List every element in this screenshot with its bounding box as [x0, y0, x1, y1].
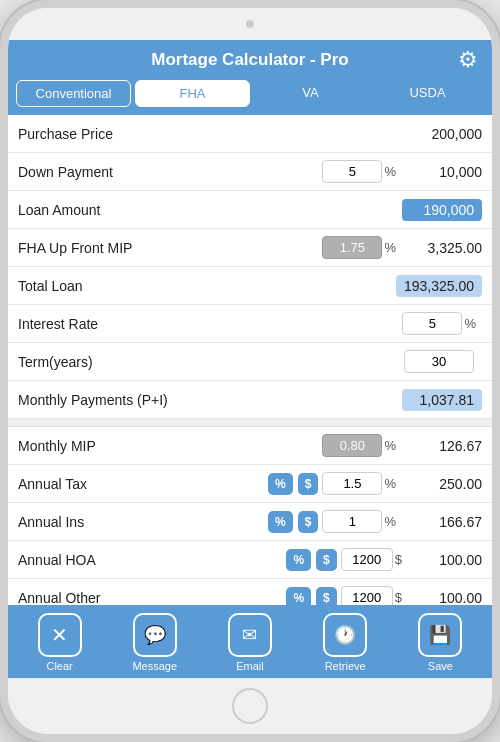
row-annual-hoa: Annual HOA % $ $ 100.00	[8, 541, 492, 579]
row-total-loan: Total Loan 193,325.00	[8, 267, 492, 305]
tab-fha[interactable]: FHA	[135, 80, 250, 107]
interest-rate-input[interactable]	[402, 312, 462, 335]
home-button[interactable]	[232, 688, 268, 724]
clear-button[interactable]: ✕ Clear	[30, 613, 90, 672]
annual-hoa-dollar-btn[interactable]: $	[316, 549, 337, 571]
message-label: Message	[132, 660, 177, 672]
save-icon: 💾	[418, 613, 462, 657]
annual-other-value: 100.00	[402, 590, 482, 606]
fha-mip-input[interactable]	[322, 236, 382, 259]
save-button[interactable]: 💾 Save	[410, 613, 470, 672]
header: Mortage Calculator - Pro ⚙	[8, 40, 492, 80]
total-loan-label: Total Loan	[18, 278, 396, 294]
annual-tax-pct: %	[384, 476, 396, 491]
row-monthly-payments: Monthly Payments (P+I) 1,037.81	[8, 381, 492, 419]
annual-tax-dollar-btn[interactable]: $	[298, 473, 319, 495]
annual-ins-dollar-btn[interactable]: $	[298, 511, 319, 533]
content-area: Purchase Price 200,000 Down Payment % 10…	[8, 115, 492, 605]
annual-tax-pct-btn[interactable]: %	[268, 473, 293, 495]
row-interest-rate: Interest Rate %	[8, 305, 492, 343]
tab-usda[interactable]: USDA	[371, 80, 484, 107]
email-button[interactable]: ✉ Email	[220, 613, 280, 672]
email-icon: ✉	[228, 613, 272, 657]
fha-mip-label: FHA Up Front MIP	[18, 240, 322, 256]
retrieve-icon: 🕐	[323, 613, 367, 657]
annual-ins-pct-btn[interactable]: %	[268, 511, 293, 533]
purchase-price-value: 200,000	[402, 126, 482, 142]
annual-hoa-pct-btn[interactable]: %	[286, 549, 311, 571]
tab-bar: Conventional FHA VA USDA	[8, 80, 492, 115]
retrieve-label: Retrieve	[325, 660, 366, 672]
screen: Mortage Calculator - Pro ⚙ Conventional …	[8, 40, 492, 678]
annual-tax-value: 250.00	[402, 476, 482, 492]
row-down-payment: Down Payment % 10,000	[8, 153, 492, 191]
bottom-bar: ✕ Clear 💬 Message ✉ Email 🕐 Retrieve 💾 S…	[8, 605, 492, 678]
annual-tax-input[interactable]	[322, 472, 382, 495]
tab-conventional[interactable]: Conventional	[16, 80, 131, 107]
down-payment-pct: %	[384, 164, 396, 179]
annual-ins-value: 166.67	[402, 514, 482, 530]
tab-va[interactable]: VA	[254, 80, 367, 107]
annual-ins-pct: %	[384, 514, 396, 529]
clear-icon: ✕	[38, 613, 82, 657]
monthly-payments-label: Monthly Payments (P+I)	[18, 392, 402, 408]
annual-hoa-controls: % $	[283, 549, 336, 571]
monthly-mip-pct: %	[384, 438, 396, 453]
monthly-mip-input[interactable]	[322, 434, 382, 457]
annual-hoa-dollar-suffix: $	[395, 552, 402, 567]
email-label: Email	[236, 660, 264, 672]
row-fha-mip: FHA Up Front MIP % 3,325.00	[8, 229, 492, 267]
annual-hoa-value: 100.00	[402, 552, 482, 568]
app-title: Mortage Calculator - Pro	[151, 50, 348, 70]
down-payment-label: Down Payment	[18, 164, 322, 180]
row-annual-other: Annual Other % $ $ 100.00	[8, 579, 492, 605]
down-payment-value: 10,000	[402, 164, 482, 180]
device-top	[8, 8, 492, 40]
term-years-label: Term(years)	[18, 354, 404, 370]
clear-label: Clear	[46, 660, 72, 672]
loan-amount-label: Loan Amount	[18, 202, 402, 218]
retrieve-button[interactable]: 🕐 Retrieve	[315, 613, 375, 672]
camera	[246, 20, 254, 28]
row-monthly-mip: Monthly MIP % 126.67	[8, 427, 492, 465]
annual-ins-controls: % $	[265, 511, 318, 533]
row-annual-ins: Annual Ins % $ % 166.67	[8, 503, 492, 541]
annual-ins-input[interactable]	[322, 510, 382, 533]
purchase-price-label: Purchase Price	[18, 126, 402, 142]
monthly-mip-label: Monthly MIP	[18, 438, 322, 454]
row-annual-tax: Annual Tax % $ % 250.00	[8, 465, 492, 503]
fha-mip-value: 3,325.00	[402, 240, 482, 256]
down-payment-input[interactable]	[322, 160, 382, 183]
separator	[8, 419, 492, 427]
gear-icon[interactable]: ⚙	[458, 47, 478, 73]
row-purchase-price: Purchase Price 200,000	[8, 115, 492, 153]
fha-mip-pct: %	[384, 240, 396, 255]
term-years-input[interactable]	[404, 350, 474, 373]
annual-tax-label: Annual Tax	[18, 476, 265, 492]
save-label: Save	[428, 660, 453, 672]
monthly-payments-value: 1,037.81	[402, 389, 482, 411]
annual-tax-controls: % $	[265, 473, 318, 495]
monthly-mip-value: 126.67	[402, 438, 482, 454]
annual-hoa-input[interactable]	[341, 548, 393, 571]
annual-other-dollar-suffix: $	[395, 590, 402, 605]
annual-other-pct-btn[interactable]: %	[286, 587, 311, 606]
annual-other-dollar-btn[interactable]: $	[316, 587, 337, 606]
device: Mortage Calculator - Pro ⚙ Conventional …	[0, 0, 500, 742]
row-term-years: Term(years)	[8, 343, 492, 381]
loan-amount-value: 190,000	[402, 199, 482, 221]
annual-ins-label: Annual Ins	[18, 514, 265, 530]
message-icon: 💬	[133, 613, 177, 657]
row-loan-amount: Loan Amount 190,000	[8, 191, 492, 229]
interest-rate-pct: %	[464, 316, 476, 331]
device-bottom	[8, 678, 492, 734]
interest-rate-label: Interest Rate	[18, 316, 402, 332]
annual-other-label: Annual Other	[18, 590, 283, 606]
total-loan-value: 193,325.00	[396, 275, 482, 297]
message-button[interactable]: 💬 Message	[125, 613, 185, 672]
annual-other-input[interactable]	[341, 586, 393, 605]
annual-other-controls: % $	[283, 587, 336, 606]
annual-hoa-label: Annual HOA	[18, 552, 283, 568]
